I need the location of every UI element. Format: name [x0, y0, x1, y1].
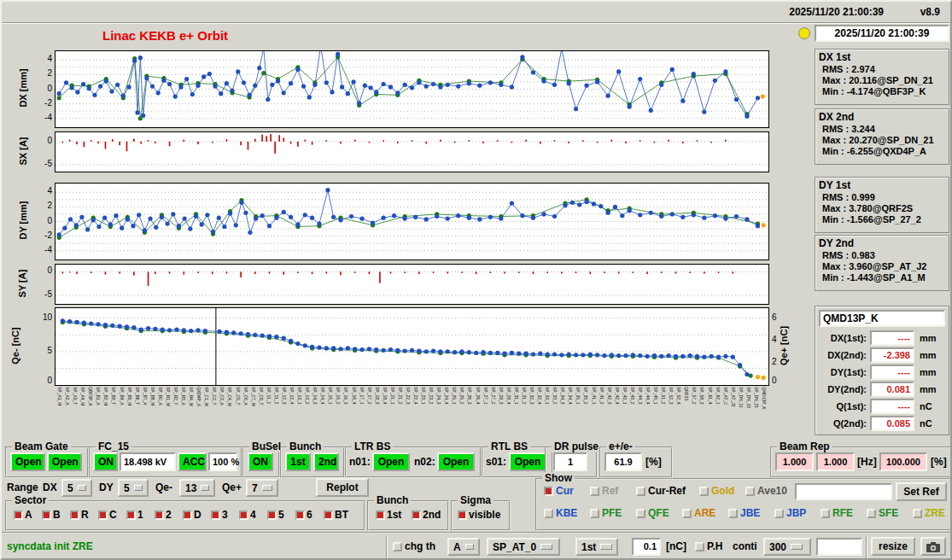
ph-checkbox[interactable] — [695, 542, 704, 551]
sector-5-checkbox[interactable] — [267, 510, 277, 520]
range-qem-select[interactable]: 13 — [179, 479, 215, 497]
sy-axis-label: SY [A] — [17, 270, 27, 298]
bunch-1st-button[interactable]: 1st — [285, 452, 311, 471]
bunch-2nd-checkbox[interactable] — [412, 510, 421, 520]
fc15-kv-field: 18.498 kV — [120, 452, 176, 471]
range-qep-select[interactable]: 7 — [246, 479, 278, 497]
sector-6-label: 6 — [307, 509, 312, 521]
monitor-row-value: ---- — [870, 330, 914, 346]
sector-3-label: 3 — [222, 509, 228, 521]
show-group: Show Cur Ref Cur-Ref Gold Ave10 Set Ref … — [535, 478, 952, 531]
sigma-visible-checkbox[interactable] — [458, 510, 467, 520]
bunch-select[interactable]: 1st — [575, 538, 618, 556]
dx-ticks: 420-2-4 — [34, 50, 53, 126]
aux-field[interactable] — [816, 538, 862, 556]
chg-th-checkbox[interactable] — [393, 542, 402, 551]
ltr-bs-group: LTR BS n01: Open n02: Open — [345, 446, 482, 478]
top-datetime: 2025/11/20 21:00:39 — [789, 6, 884, 18]
bunch-1st-checkbox[interactable] — [376, 510, 385, 520]
beam-gate-open-1-button[interactable]: Open — [10, 452, 45, 471]
sector-6-checkbox[interactable] — [295, 510, 305, 520]
app-version: v8.9 — [920, 6, 940, 18]
fc15-on-button[interactable]: ON — [93, 452, 118, 471]
show-gold-checkbox[interactable] — [699, 487, 709, 496]
rtl-s01-open-button[interactable]: Open — [509, 452, 546, 471]
sx-axis-label: SX [A] — [18, 137, 28, 166]
sector-4-checkbox[interactable] — [239, 510, 248, 520]
show-qfe-checkbox[interactable] — [636, 509, 645, 518]
dx-orbit-plot[interactable] — [55, 50, 769, 128]
range-qep-value: 7 — [252, 482, 258, 494]
show-are-checkbox[interactable] — [682, 509, 692, 518]
dy-orbit-plot[interactable] — [55, 183, 769, 260]
show-jbp-label: JBP — [786, 507, 806, 519]
sector-c-checkbox[interactable] — [98, 510, 108, 520]
beam-rep-pct-unit: [%] — [931, 456, 947, 468]
show-cur-label: Cur — [556, 485, 574, 497]
beam-rep-hz-unit: [Hz] — [857, 456, 877, 468]
show-jbe-checkbox[interactable] — [728, 509, 738, 518]
monitor-select[interactable]: SP_AT_0 — [487, 538, 560, 556]
sector-1-checkbox[interactable] — [126, 510, 136, 520]
show-rfe-checkbox[interactable] — [821, 509, 830, 518]
sector-d-checkbox[interactable] — [183, 510, 192, 520]
optmenu-dash-icon — [465, 544, 474, 550]
show-kbe-checkbox[interactable] — [544, 509, 553, 518]
sy-steering-plot[interactable] — [55, 264, 769, 305]
bunch-select-group-label: Bunch — [374, 494, 411, 506]
sector-bt-checkbox[interactable] — [324, 510, 333, 520]
replot-button[interactable]: Replot — [316, 478, 369, 497]
dr-pulse-field[interactable]: 1 — [553, 452, 587, 471]
ltr-n02-open-button[interactable]: Open — [437, 452, 475, 471]
show-kbe-label: KBE — [556, 507, 577, 519]
show-ref-checkbox[interactable] — [590, 487, 599, 496]
mode-select[interactable]: A — [447, 538, 480, 556]
dy-ticks: 420-2-4 — [34, 183, 53, 259]
ref-name-field[interactable] — [795, 483, 892, 500]
sector-a-checkbox[interactable] — [14, 510, 23, 520]
monitor-select-value: SP_AT_0 — [493, 541, 536, 553]
set-ref-button[interactable]: Set Ref — [896, 482, 947, 501]
main-window: 2025/11/20 21:00:39 v8.9 Linac KEKB e+ O… — [0, 0, 952, 560]
show-zre-label: ZRE — [925, 507, 945, 519]
optmenu-dash-icon — [134, 485, 143, 491]
fc15-acc-button[interactable]: ACC — [178, 452, 207, 471]
sector-r-checkbox[interactable] — [70, 510, 79, 520]
busel-on-button[interactable]: ON — [248, 452, 273, 471]
threshold-field[interactable]: 0.1 — [632, 538, 661, 556]
sidebar-datetime: 2025/11/20 21:00:39 — [815, 25, 949, 42]
beam-gate-open-2-button[interactable]: Open — [47, 452, 82, 471]
rtl-s01-label: s01: — [486, 456, 506, 468]
show-group-label: Show — [542, 472, 575, 484]
sector-group-label: Sector — [12, 494, 49, 506]
show-zre-checkbox[interactable] — [913, 509, 922, 518]
stats-max: Max : 20.116@SP_DN_21 — [815, 74, 949, 85]
monitor-row-unit: nC — [920, 401, 932, 411]
show-pfe-checkbox[interactable] — [590, 509, 599, 518]
show-ave10-checkbox[interactable] — [745, 487, 755, 496]
show-cur-checkbox[interactable] — [544, 487, 553, 496]
charge-plot[interactable] — [55, 307, 769, 386]
bunch-2nd-button[interactable]: 2nd — [313, 452, 339, 471]
optmenu-dash-icon — [78, 485, 86, 491]
sx-steering-plot[interactable] — [55, 131, 769, 172]
sy-ticks: 0-5 — [34, 264, 53, 303]
sector-3-checkbox[interactable] — [211, 510, 220, 520]
monitor-name-field[interactable]: QMD13P_K — [819, 310, 945, 327]
screenshot-button[interactable] — [920, 537, 946, 556]
resize-button[interactable]: resize — [871, 537, 915, 556]
sector-2-checkbox[interactable] — [155, 510, 164, 520]
interval-select[interactable]: 300 — [763, 538, 811, 556]
fc15-group: FC_15 ON 18.498 kV ACC 100 % — [89, 446, 242, 478]
show-cur-ref-checkbox[interactable] — [636, 487, 645, 496]
ltr-n01-open-button[interactable]: Open — [372, 452, 410, 471]
stats-dx-2nd: DX 2nd RMS : 3.244 Max : 20.270@SP_DN_21… — [815, 108, 949, 165]
range-label: Range — [7, 481, 38, 493]
optmenu-dash-icon — [201, 485, 209, 491]
range-dy-select[interactable]: 5 — [118, 479, 149, 497]
show-sfe-checkbox[interactable] — [867, 509, 876, 518]
sector-b-checkbox[interactable] — [42, 510, 51, 520]
stats-dx-1st: DX 1st RMS : 2.974 Max : 20.116@SP_DN_21… — [815, 49, 949, 105]
range-dx-select[interactable]: 5 — [61, 479, 92, 497]
show-jbp-checkbox[interactable] — [774, 509, 784, 518]
